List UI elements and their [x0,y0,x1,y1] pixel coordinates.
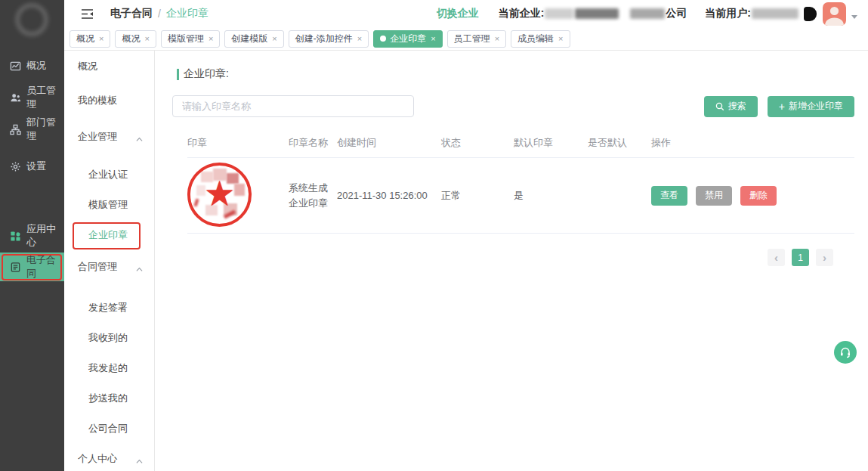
tab-close-icon[interactable] [272,34,276,43]
chevron-up-icon [136,264,143,271]
tab-close-icon[interactable] [99,34,103,43]
menu-item-template-mgmt[interactable]: 模版管理 [64,190,154,220]
redacted-user-text [752,8,798,19]
tab-company-seal[interactable]: 企业印章 [373,30,442,48]
contract-icon [10,262,21,273]
redacted-company-text [630,8,665,19]
sidebar-item-e-contract[interactable]: 电子合同 [0,253,64,281]
menu-item-cc-me[interactable]: 抄送我的 [64,383,154,414]
page-1-button[interactable]: 1 [792,249,809,266]
menu-item-company-seal[interactable]: 企业印章 [64,220,154,250]
delete-button[interactable]: 删除 [740,186,777,206]
tab-create-template[interactable]: 创建模版 [224,30,283,48]
search-button[interactable]: 搜索 [704,96,758,117]
table-row: ★ 系统生成 企业印章 2021-11-30 15:26:00 正常 是 查看 … [187,158,854,234]
seal-name-search-input[interactable] [172,95,414,117]
breadcrumb-separator: / [158,8,161,20]
tab-employee-mgmt[interactable]: 员工管理 [447,30,506,48]
disable-button[interactable]: 禁用 [696,186,732,206]
open-tabs-bar: 概况 概况 模版管理 创建模版 创建-添加控件 企业印章 员工管理 成员编辑 [64,27,868,51]
sidebar-item-app-center[interactable]: 应用中心 [0,222,64,250]
org-tree-icon [10,124,21,135]
menu-item-initiated[interactable]: 我发起的 [64,353,154,383]
app-window: 概况 员工管理 部门管理 设置 应用中心 电子合同 [0,0,868,471]
star-icon: ★ [190,176,249,211]
menu-item-label: 合同管理 [78,260,117,274]
menu-item-initiate-sign[interactable]: 发起签署 [64,293,154,323]
seal-name-cell: 系统生成 企业印章 [289,181,337,211]
tab-overview-1[interactable]: 概况 [70,30,110,48]
company-seal-image: ★ [187,163,252,227]
menu-group-contract-mgmt[interactable]: 合同管理 [64,252,154,282]
current-company-label: 当前企业: [499,7,545,20]
redacted-company-text [575,8,619,19]
main-content: 企业印章: 搜索 新增企业印章 印章 印章名称 创建时间 状态 默认印章 是否默… [155,51,868,471]
table-header-row: 印章 印章名称 创建时间 状态 默认印章 是否默认 操作 [187,128,854,158]
sidebar-item-label: 员工管理 [26,84,64,111]
title-accent-bar [177,69,179,80]
tab-label: 概况 [122,33,140,45]
tab-label: 企业印章 [390,33,426,45]
tab-close-icon[interactable] [558,34,563,43]
menu-item-label: 企业认证 [88,168,128,181]
add-button-label: 新增企业印章 [789,100,843,113]
tab-label: 创建模版 [231,33,267,45]
tab-create-add-controls[interactable]: 创建-添加控件 [289,30,369,48]
menu-item-company-contracts[interactable]: 公司合同 [64,414,154,444]
seal-table: 印章 印章名称 创建时间 状态 默认印章 是否默认 操作 [187,128,854,234]
menu-item-my-templates[interactable]: 我的模板 [64,85,154,116]
menu-item-label: 我收到的 [88,331,128,345]
sidebar-item-settings[interactable]: 设置 [0,152,64,181]
tab-close-icon[interactable] [431,34,435,43]
collapse-menu-icon[interactable] [81,8,94,20]
prev-page-button[interactable] [768,249,785,266]
tab-overview-2[interactable]: 概况 [115,30,156,48]
chevron-down-icon[interactable] [851,15,857,19]
page-title: 企业印章: [184,67,229,81]
next-page-button[interactable] [816,249,833,266]
chart-icon [10,60,21,72]
col-header-seal: 印章 [187,136,289,150]
breadcrumb-parent[interactable]: 电子合同 [110,7,153,20]
chevron-up-icon [136,134,143,141]
view-button[interactable]: 查看 [651,186,687,206]
search-icon [715,102,724,111]
sidebar-item-label: 概况 [26,59,46,73]
tab-label: 模版管理 [168,33,204,45]
sidebar-item-label: 部门管理 [26,116,64,143]
tab-close-icon[interactable] [144,34,149,43]
tab-close-icon[interactable] [357,34,362,43]
sidebar-item-label: 电子合同 [26,253,64,280]
menu-item-label: 模版管理 [88,198,128,212]
add-company-seal-button[interactable]: 新增企业印章 [768,96,854,117]
menu-group-company-mgmt[interactable]: 企业管理 [64,122,154,152]
sidebar-item-department-mgmt[interactable]: 部门管理 [0,115,64,144]
menu-item-overview[interactable]: 概况 [64,51,154,82]
tab-label: 创建-添加控件 [295,33,353,45]
current-user-label: 当前用户: [705,7,751,20]
tab-member-edit[interactable]: 成员编辑 [511,30,570,48]
actions-cell: 查看 禁用 删除 [651,186,854,206]
redacted-company-text [545,8,573,19]
menu-item-received[interactable]: 我收到的 [64,323,154,353]
menu-item-company-cert[interactable]: 企业认证 [64,160,154,190]
col-header-created-time: 创建时间 [337,136,441,150]
tab-label: 概况 [76,33,94,45]
sidebar-item-label: 应用中心 [26,222,64,249]
app-grid-icon [10,231,21,242]
customer-service-button[interactable] [834,341,857,364]
switch-company-link[interactable]: 切换企业 [437,7,479,20]
col-header-default-seal: 默认印章 [514,136,588,150]
sidebar-item-overview[interactable]: 概况 [0,51,64,80]
col-header-actions: 操作 [651,136,854,150]
menu-group-personal-center[interactable]: 个人中心 [64,444,154,471]
redacted-blob [804,7,817,21]
tab-active-dot [380,36,386,42]
user-avatar[interactable] [823,2,846,26]
created-time-cell: 2021-11-30 15:26:00 [337,190,441,201]
tab-template-mgmt[interactable]: 模版管理 [161,30,220,48]
tab-close-icon[interactable] [209,34,213,43]
tab-close-icon[interactable] [495,34,499,43]
menu-item-label: 概况 [78,60,97,73]
sidebar-item-employee-mgmt[interactable]: 员工管理 [0,83,64,112]
